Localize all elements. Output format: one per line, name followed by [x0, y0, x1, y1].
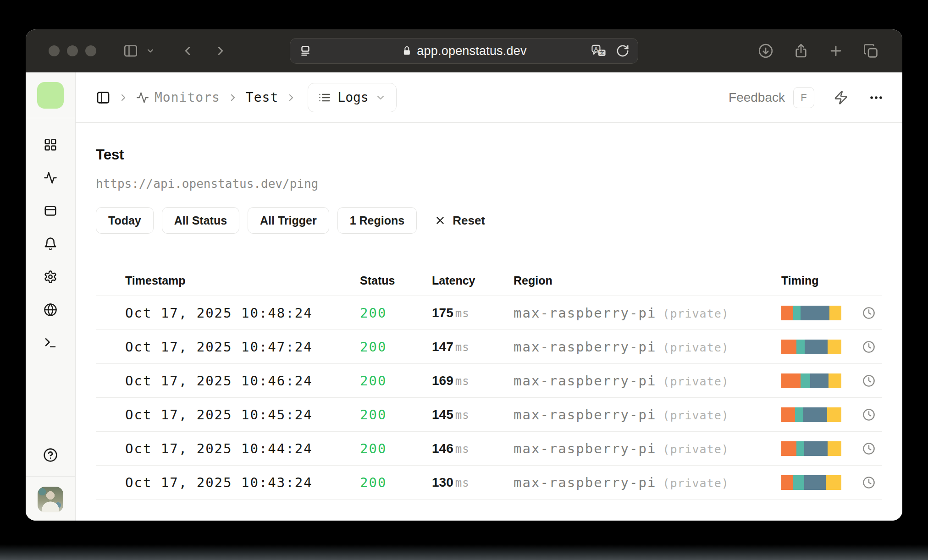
zap-icon[interactable] [834, 90, 848, 105]
cell-timestamp: Oct 17, 2025 10:47:24 [125, 339, 360, 355]
timing-segment [810, 373, 829, 388]
clock-icon [862, 408, 876, 422]
timing-segment [803, 407, 827, 422]
cell-region: max-raspberry-pi(private) [514, 339, 781, 355]
back-button[interactable] [181, 44, 194, 58]
terminal-icon [44, 336, 57, 351]
breadcrumb-monitors[interactable]: Monitors [136, 90, 220, 105]
share-icon[interactable] [793, 43, 809, 59]
monitor-endpoint-url: https://api.openstatus.dev/ping [96, 177, 882, 191]
timing-segment [796, 340, 805, 354]
cell-status: 200 [360, 373, 432, 389]
cell-timing [781, 340, 882, 354]
tab-overview-icon[interactable] [863, 43, 878, 59]
bell-icon [44, 237, 57, 253]
column-header-status: Status [360, 274, 432, 287]
clock-icon [862, 306, 876, 320]
timing-segment [781, 306, 793, 320]
cell-timestamp: Oct 17, 2025 10:43:24 [125, 475, 360, 490]
table-row[interactable]: Oct 17, 2025 10:46:24 200 169ms max-rasp… [96, 364, 882, 398]
table-row[interactable]: Oct 17, 2025 10:43:24 200 130ms max-rasp… [96, 466, 882, 500]
reload-icon[interactable] [616, 44, 630, 58]
help-button[interactable] [43, 436, 58, 476]
sidebar-item-dashboard[interactable] [34, 129, 67, 162]
cell-timing [781, 373, 882, 388]
timing-segment [805, 340, 828, 354]
app-shell: Monitors Test Logs Feedback F [26, 72, 902, 521]
timing-segment [781, 475, 793, 490]
filter-bar: Today All Status All Trigger 1 Regions R… [96, 207, 882, 234]
downloads-icon[interactable] [757, 43, 774, 59]
x-icon [434, 214, 446, 226]
translate-icon[interactable]: A文 [591, 44, 607, 58]
address-bar[interactable]: app.openstatus.dev A文 [290, 38, 638, 64]
lock-icon [401, 45, 412, 56]
new-tab-icon[interactable] [828, 43, 844, 59]
filter-date-button[interactable]: Today [96, 207, 154, 234]
user-avatar[interactable] [38, 487, 63, 512]
cell-status: 200 [360, 407, 432, 423]
table-row[interactable]: Oct 17, 2025 10:47:24 200 147ms max-rasp… [96, 330, 882, 364]
timing-segment [829, 373, 841, 388]
page-settings-icon[interactable] [298, 44, 312, 58]
minimize-window-button[interactable] [67, 45, 78, 56]
list-icon [318, 91, 331, 104]
timing-segment [828, 340, 841, 354]
clock-icon [862, 442, 876, 456]
page-title: Test [96, 147, 882, 163]
url-text: app.openstatus.dev [417, 44, 526, 58]
sidebar-item-status-pages[interactable] [34, 195, 67, 228]
browser-titlebar: app.openstatus.dev A文 [26, 29, 902, 72]
sidebar-item-domains[interactable] [34, 294, 67, 327]
logs-view-selector[interactable]: Logs [308, 83, 396, 112]
clock-icon [862, 340, 876, 354]
sidebar-item-cli[interactable] [34, 327, 67, 360]
timing-bar [781, 306, 841, 320]
sidebar-chevron-down-icon[interactable] [146, 46, 155, 55]
filter-status-button[interactable]: All Status [162, 207, 239, 234]
workspace-logo[interactable] [37, 82, 64, 109]
table-row[interactable]: Oct 17, 2025 10:48:24 200 175ms max-rasp… [96, 296, 882, 330]
forward-button[interactable] [214, 44, 227, 58]
timing-segment [796, 441, 804, 456]
panel-left-toggle-icon[interactable] [96, 90, 110, 105]
filter-regions-button[interactable]: 1 Regions [337, 207, 417, 234]
cell-region: max-raspberry-pi(private) [514, 373, 781, 389]
timing-segment [804, 475, 826, 490]
timing-segment [781, 373, 801, 388]
sidebar-item-monitors[interactable] [34, 162, 67, 195]
sidebar-item-settings[interactable] [34, 261, 67, 294]
breadcrumb-page[interactable]: Test [246, 90, 278, 105]
close-window-button[interactable] [49, 45, 60, 56]
cell-latency: 169ms [432, 373, 514, 388]
reset-filters-button[interactable]: Reset [434, 214, 485, 228]
feedback-button[interactable]: Feedback [729, 90, 785, 105]
cell-timestamp: Oct 17, 2025 10:44:24 [125, 441, 360, 456]
clock-icon [862, 476, 876, 489]
cell-timing [781, 407, 882, 422]
zoom-window-button[interactable] [85, 45, 96, 56]
browser-card-icon [44, 204, 57, 220]
cell-status: 200 [360, 339, 432, 355]
feedback-shortcut-badge: F [793, 87, 814, 108]
sidebar-item-notifications[interactable] [34, 228, 67, 261]
sidebar-divider [26, 476, 75, 477]
timing-segment [827, 407, 841, 422]
table-row[interactable]: Oct 17, 2025 10:44:24 200 146ms max-rasp… [96, 432, 882, 466]
browser-sidebar-toggle-icon[interactable] [123, 43, 138, 59]
chevron-right-icon [118, 92, 129, 103]
filter-trigger-button[interactable]: All Trigger [248, 207, 329, 234]
cell-region: max-raspberry-pi(private) [514, 441, 781, 456]
timing-bar [781, 340, 841, 354]
more-options-icon[interactable] [868, 90, 884, 105]
cell-timestamp: Oct 17, 2025 10:48:24 [125, 305, 360, 321]
table-row[interactable]: Oct 17, 2025 10:45:24 200 145ms max-rasp… [96, 398, 882, 432]
cell-latency: 147ms [432, 340, 514, 354]
help-circle-icon [43, 448, 58, 464]
column-header-timestamp: Timestamp [125, 274, 360, 287]
page-content: Test https://api.openstatus.dev/ping Tod… [76, 123, 902, 521]
svg-text:A: A [594, 46, 598, 52]
chevron-down-icon [375, 92, 386, 103]
cell-region: max-raspberry-pi(private) [514, 305, 781, 321]
cell-status: 200 [360, 475, 432, 490]
